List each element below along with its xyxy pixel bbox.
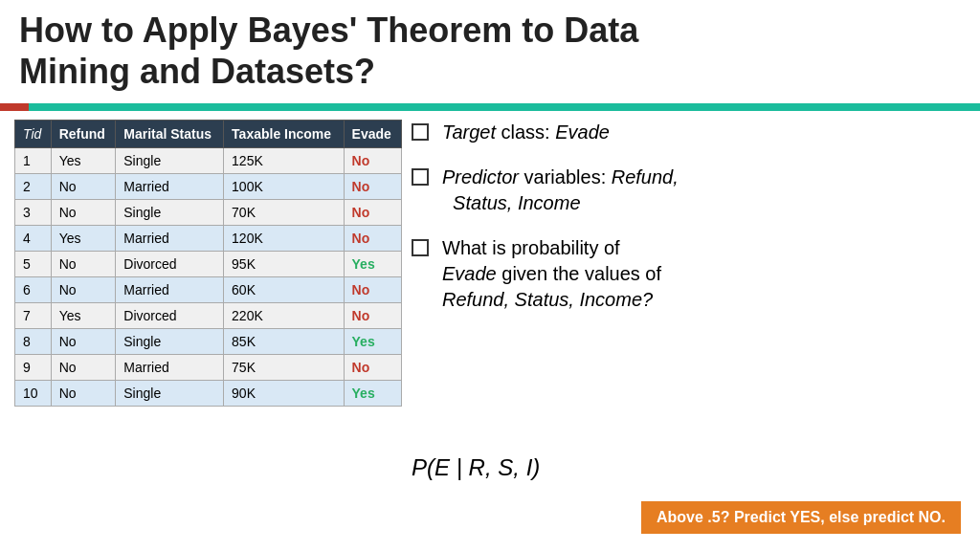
data-table-container: Tid Refund Marital Status Taxable Income…	[14, 120, 402, 407]
bullet2-label-predictor: Predictor	[442, 166, 519, 187]
cell-evade: No	[344, 200, 401, 226]
cell-status: Single	[116, 148, 224, 174]
prediction-banner: Above .5? Predict YES, else predict NO.	[641, 501, 961, 534]
cell-refund: No	[51, 200, 116, 226]
bullet1-label-target: Target	[442, 121, 496, 143]
cell-tid: 3	[15, 200, 52, 226]
accent-bar-red	[0, 103, 29, 111]
cell-refund: No	[51, 252, 116, 277]
cell-tid: 9	[15, 355, 52, 381]
cell-evade: Yes	[344, 252, 401, 277]
cell-income: 95K	[224, 252, 344, 277]
accent-bar-teal	[29, 103, 980, 111]
table-row: 9 No Married 75K No	[15, 355, 402, 381]
cell-income: 90K	[224, 381, 344, 407]
cell-evade: No	[344, 226, 401, 252]
cell-refund: No	[51, 381, 116, 407]
right-content-area: Target class: Evade Predictor variables:…	[412, 120, 961, 332]
cell-tid: 2	[15, 174, 52, 200]
cell-income: 100K	[224, 174, 344, 200]
cell-tid: 8	[15, 329, 52, 355]
bullet-text-1: Target class: Evade	[442, 120, 961, 145]
col-header-marital-status: Marital Status	[116, 121, 224, 148]
checkbox-2	[412, 168, 429, 186]
table-row: 8 No Single 85K Yes	[15, 329, 402, 355]
checkbox-1	[412, 123, 429, 141]
checkbox-3	[412, 239, 429, 256]
cell-evade: No	[344, 277, 401, 303]
table-row: 10 No Single 90K Yes	[15, 381, 402, 407]
col-header-taxable-income: Taxable Income	[224, 121, 344, 148]
bullet-text-3: What is probability of Evade given the v…	[442, 235, 961, 313]
cell-income: 125K	[224, 148, 344, 174]
cell-tid: 6	[15, 277, 52, 303]
col-header-tid: Tid	[15, 121, 52, 148]
cell-status: Single	[116, 329, 224, 355]
cell-status: Married	[116, 277, 224, 303]
cell-evade: Yes	[344, 381, 401, 407]
cell-income: 70K	[224, 200, 344, 226]
table-row: 1 Yes Single 125K No	[15, 148, 402, 174]
cell-status: Married	[116, 355, 224, 381]
table-row: 3 No Single 70K No	[15, 200, 402, 226]
formula-display: P(E | R, S, I)	[412, 454, 540, 481]
cell-refund: No	[51, 277, 116, 303]
cell-status: Divorced	[116, 303, 224, 329]
cell-evade: Yes	[344, 329, 401, 355]
cell-refund: No	[51, 329, 116, 355]
formula-text: P(E | R, S, I)	[412, 454, 540, 480]
cell-tid: 1	[15, 148, 52, 174]
cell-status: Married	[116, 226, 224, 252]
cell-tid: 10	[15, 381, 52, 407]
cell-status: Single	[116, 381, 224, 407]
cell-income: 75K	[224, 355, 344, 381]
cell-income: 85K	[224, 329, 344, 355]
bullet-item-1: Target class: Evade	[412, 120, 961, 145]
bullet3-vars: Refund, Status, Income?	[442, 289, 653, 310]
cell-status: Divorced	[116, 252, 224, 277]
cell-income: 220K	[224, 303, 344, 329]
table-row: 7 Yes Divorced 220K No	[15, 303, 402, 329]
bullet-item-2: Predictor variables: Refund, Status, Inc…	[412, 165, 961, 216]
cell-status: Married	[116, 174, 224, 200]
page-title: How to Apply Bayes' Theorem to Data Mini…	[19, 10, 961, 92]
col-header-evade: Evade	[344, 121, 401, 148]
cell-refund: Yes	[51, 303, 116, 329]
col-header-refund: Refund	[51, 121, 116, 148]
cell-refund: Yes	[51, 226, 116, 252]
cell-evade: No	[344, 355, 401, 381]
cell-refund: No	[51, 355, 116, 381]
bullet-item-3: What is probability of Evade given the v…	[412, 235, 961, 313]
bullet1-value-evade: Evade	[555, 121, 610, 143]
cell-evade: No	[344, 303, 401, 329]
cell-tid: 5	[15, 252, 52, 277]
data-table: Tid Refund Marital Status Taxable Income…	[14, 120, 402, 407]
banner-text: Above .5? Predict YES, else predict NO.	[657, 509, 946, 525]
cell-income: 120K	[224, 226, 344, 252]
bullet-text-2: Predictor variables: Refund, Status, Inc…	[442, 165, 961, 216]
cell-evade: No	[344, 148, 401, 174]
table-row: 6 No Married 60K No	[15, 277, 402, 303]
cell-evade: No	[344, 174, 401, 200]
cell-tid: 4	[15, 226, 52, 252]
bullet3-evade: Evade	[442, 263, 497, 284]
cell-tid: 7	[15, 303, 52, 329]
cell-income: 60K	[224, 277, 344, 303]
cell-status: Single	[116, 200, 224, 226]
cell-refund: Yes	[51, 148, 116, 174]
table-row: 2 No Married 100K No	[15, 174, 402, 200]
cell-refund: No	[51, 174, 116, 200]
table-row: 5 No Divorced 95K Yes	[15, 252, 402, 277]
table-row: 4 Yes Married 120K No	[15, 226, 402, 252]
